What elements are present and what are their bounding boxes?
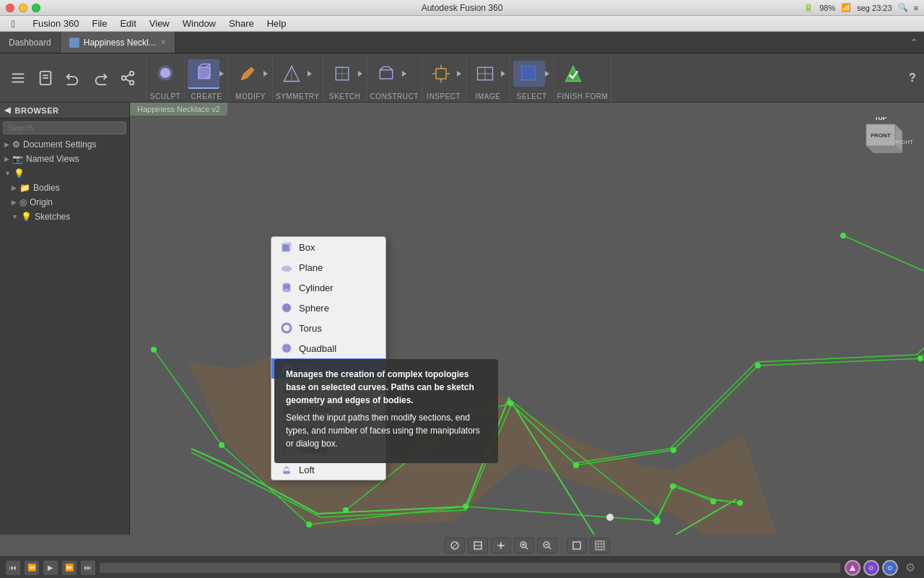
tree-item-root[interactable]: ▼ 💡	[0, 166, 129, 181]
menu-window[interactable]: Window	[177, 17, 222, 30]
battery-level: 98%	[819, 4, 835, 12]
tree-item-bodies[interactable]: ▶ 📁 Bodies	[0, 181, 129, 195]
orbit-control[interactable]	[445, 538, 465, 553]
dropdown-item-box[interactable]: Box	[271, 237, 385, 257]
svg-point-60	[606, 514, 614, 521]
document-button[interactable]	[33, 67, 58, 89]
dropdown-item-loft[interactable]: Loft	[271, 460, 385, 480]
select-button[interactable]	[513, 61, 545, 87]
menu-help[interactable]: Help	[261, 17, 292, 30]
sphere-menu-label: Sphere	[299, 303, 329, 314]
finish-form-button[interactable]	[557, 61, 589, 87]
grid-control[interactable]	[590, 538, 610, 553]
svg-point-47	[507, 400, 513, 406]
maximize-button[interactable]	[32, 4, 40, 12]
sidebar-back-icon[interactable]: ◀	[4, 105, 11, 115]
dropdown-item-revolve[interactable]: Revolve	[271, 419, 385, 439]
svg-point-6	[130, 71, 134, 75]
dashboard-label: Dashboard	[9, 38, 51, 48]
svg-rect-39	[521, 66, 535, 80]
prev-button[interactable]: ⏪	[25, 561, 39, 575]
menu-fusion360[interactable]: Fusion 360	[27, 17, 84, 30]
minimize-button[interactable]	[19, 4, 27, 12]
next-button[interactable]: ⏩	[62, 561, 77, 575]
face-menu-label: Face	[299, 384, 320, 394]
dropdown-item-plane[interactable]: Plane	[271, 257, 385, 277]
tree-item-origin[interactable]: ▶ ◎ Origin	[0, 195, 129, 210]
hamburger-menu-button[interactable]	[6, 67, 30, 89]
undo-button[interactable]	[61, 67, 85, 89]
list-icon[interactable]: ≡	[914, 4, 918, 12]
menu-file[interactable]: File	[86, 17, 113, 30]
svg-rect-100	[596, 541, 604, 550]
tree-item-sketches[interactable]: ▼ 💡 Sketches	[0, 210, 129, 224]
symmetry-section-label: SYMMETRY	[276, 91, 320, 102]
apple-menu[interactable]: 	[6, 17, 21, 31]
tree-label: Bodies	[33, 183, 60, 193]
timeline-icon-1[interactable]	[845, 560, 860, 576]
share-button[interactable]	[116, 67, 140, 89]
plane-menu-label: Plane	[299, 262, 323, 273]
canvas-area[interactable]: Happiness Necklace v2	[130, 103, 924, 535]
help-icon: ?	[909, 72, 916, 85]
help-button[interactable]: ?	[901, 53, 924, 102]
search-icon[interactable]: 🔍	[898, 3, 908, 12]
create-box-button[interactable]	[188, 59, 219, 89]
timeline-icon-2[interactable]: ⊙	[863, 560, 879, 576]
image-button[interactable]	[469, 61, 501, 87]
display-mode-control[interactable]	[567, 538, 587, 553]
construct-section-label: CONSTRUCT	[370, 91, 419, 102]
dropdown-item-extrude[interactable]: Extrude	[271, 399, 385, 419]
skip-first-button[interactable]: ⏮	[6, 561, 20, 575]
svg-point-55	[755, 363, 761, 368]
timeline-track[interactable]	[100, 563, 840, 573]
construct-button[interactable]	[370, 61, 402, 87]
tree-label: Origin	[30, 197, 53, 207]
tab-dashboard[interactable]: Dashboard	[0, 32, 61, 53]
timeline-icon-3[interactable]: ⊙	[882, 560, 898, 576]
create-section-label: CREATE	[188, 91, 225, 102]
redo-button[interactable]	[88, 67, 113, 89]
extrude-menu-icon	[280, 402, 293, 415]
svg-rect-73	[283, 409, 290, 413]
tab-close-button[interactable]: ✕	[160, 38, 166, 46]
window-controls	[6, 4, 40, 12]
inspect-button[interactable]	[425, 61, 457, 87]
loft-menu-icon	[280, 463, 293, 476]
modify-section-label: MODIFY	[232, 91, 269, 102]
tree-arrow-icon: ▶	[4, 155, 9, 163]
close-button[interactable]	[6, 4, 14, 12]
tree-item-document-settings[interactable]: ▶ ⚙ Document Settings	[0, 137, 129, 152]
skip-last-button[interactable]: ⏭	[81, 561, 95, 575]
svg-point-43	[151, 347, 157, 353]
sidebar-search-input[interactable]	[3, 121, 126, 134]
zoom-in-control[interactable]	[514, 538, 534, 553]
fit-control[interactable]	[468, 538, 488, 553]
dropdown-item-pipe[interactable]: Pipe ↵	[271, 358, 385, 379]
dropdown-item-face[interactable]: Face	[271, 379, 385, 399]
toolbar-left	[0, 53, 147, 102]
zoom-out-control[interactable]	[537, 538, 557, 553]
modify-button[interactable]	[232, 61, 263, 87]
timeline-settings-button[interactable]: ⚙	[902, 560, 918, 576]
menu-share[interactable]: Share	[223, 17, 260, 30]
dropdown-item-sphere[interactable]: Sphere	[271, 298, 385, 318]
pan-control[interactable]	[491, 538, 511, 553]
dropdown-item-quadball[interactable]: Quadball	[271, 338, 385, 358]
wifi-icon: 📶	[841, 3, 851, 12]
clock: seg 23:23	[857, 4, 892, 12]
dropdown-item-torus[interactable]: Torus	[271, 318, 385, 338]
tree-item-named-views[interactable]: ▶ 📷 Named Views	[0, 152, 129, 166]
sketch-button[interactable]	[326, 61, 358, 87]
menu-edit[interactable]: Edit	[114, 17, 141, 30]
ribbon-section-select: SELECT	[510, 53, 554, 102]
dropdown-item-sweep[interactable]: Sweep	[271, 439, 385, 460]
play-button[interactable]: ▶	[43, 561, 58, 575]
tab-necklace[interactable]: Happiness Neckl... ✕	[61, 32, 175, 53]
sculpt-button[interactable]	[149, 60, 181, 88]
menu-view[interactable]: View	[144, 17, 175, 30]
collapse-icon[interactable]: ⌃	[910, 37, 918, 48]
symmetry-button[interactable]	[276, 61, 308, 87]
dropdown-item-cylinder[interactable]: Cylinder	[271, 277, 385, 298]
viewport-cube[interactable]: TOP FRONT RIGHT	[852, 117, 910, 175]
